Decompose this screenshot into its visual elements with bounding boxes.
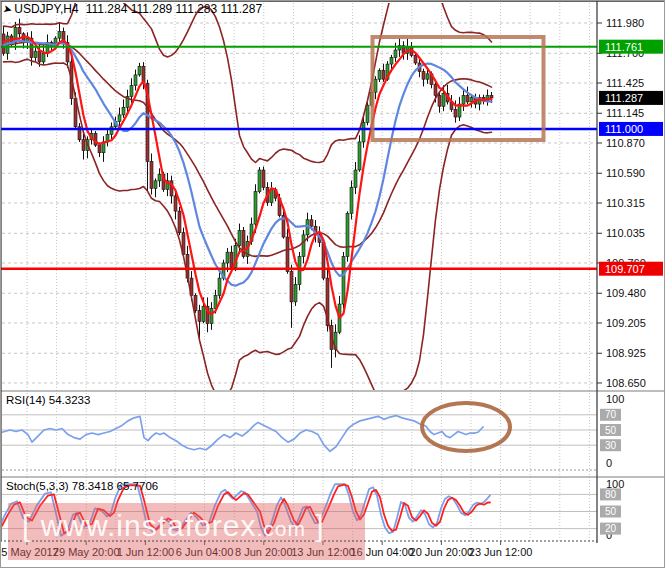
- y-axis-tick: 111.145: [606, 107, 644, 119]
- price-badge-label: 111.761: [605, 41, 643, 53]
- y-axis-tick: 111.980: [606, 17, 644, 29]
- level-badge-label: 50: [605, 425, 617, 436]
- stoch-indicator-label: Stoch(5,3,3) 78.3418 65.7706: [6, 480, 158, 492]
- y-axis-tick: 110.590: [606, 167, 645, 179]
- price-badge-label: 111.287: [605, 92, 643, 104]
- y-axis-tick: 108.650: [606, 377, 646, 389]
- y-axis-tick: 111.425: [606, 77, 644, 89]
- y-axis-tick: 110.035: [606, 227, 645, 239]
- indicator-axis-tick: 100: [606, 393, 624, 405]
- y-axis-tick: 110.870: [606, 137, 645, 149]
- y-axis-tick: 110.315: [606, 197, 645, 209]
- chart-cursor-icon: ➤: [2, 2, 14, 17]
- y-axis-tick: 108.925: [606, 347, 646, 359]
- chart-title: ➤USDJPY,H4111.284 111.289 111.283 111.28…: [3, 2, 262, 16]
- mt4-chart-window: 25 May 201729 May 20:001 Jun 12:006 Jun …: [0, 0, 665, 568]
- y-axis-tick: 109.205: [606, 317, 646, 329]
- level-badge-label: 80: [605, 489, 617, 500]
- indicator-axis-tick: 0: [606, 457, 612, 469]
- chart-symbol-timeframe: USDJPY,H4: [14, 2, 78, 16]
- price-badge-label: 111.000: [605, 123, 643, 135]
- x-axis-label: 23 Jun 12:00: [469, 546, 533, 558]
- level-badge-label: 20: [605, 523, 617, 534]
- price-badge-label: 109.707: [605, 263, 645, 275]
- rsi-indicator-label: RSI(14) 54.3233: [6, 394, 90, 406]
- x-axis-label: 20 Jun 20:00: [410, 546, 474, 558]
- chart-ohlc-quotes: 111.284 111.289 111.283 111.287: [86, 2, 262, 16]
- level-badge-label: 70: [605, 409, 617, 420]
- watermark-band: [8, 503, 365, 560]
- level-badge-label: 50: [605, 506, 617, 517]
- y-axis-tick: 109.480: [606, 287, 646, 299]
- level-badge-label: 30: [605, 440, 617, 451]
